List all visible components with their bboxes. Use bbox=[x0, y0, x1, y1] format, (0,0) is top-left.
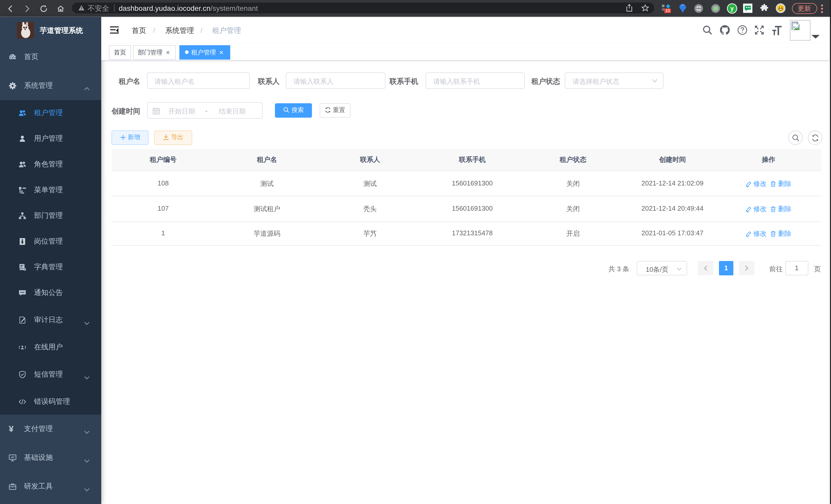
svg-text:y: y bbox=[730, 5, 734, 12]
svg-text:10: 10 bbox=[665, 8, 670, 13]
